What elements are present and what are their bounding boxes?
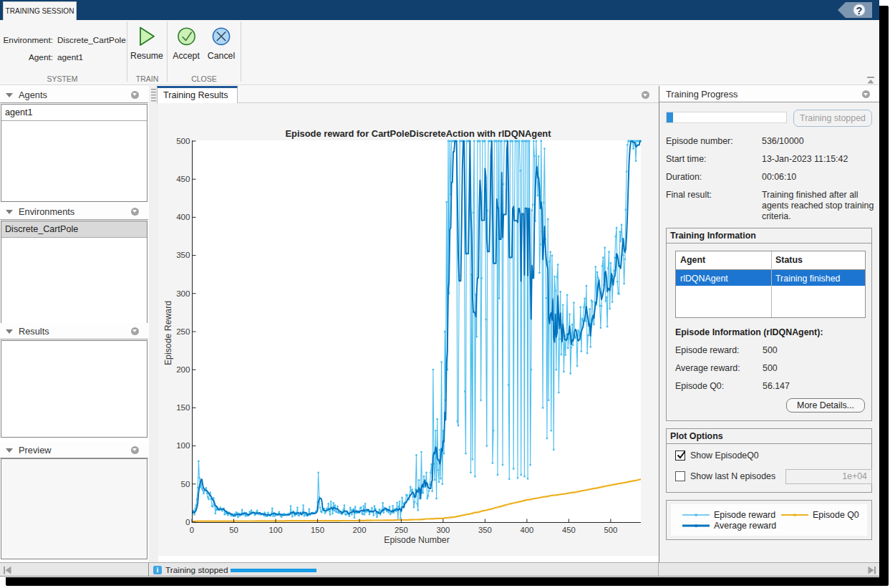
svg-text:100: 100 [176,440,190,450]
svg-text:300: 300 [176,289,190,298]
svg-text:?: ? [856,5,863,16]
svg-text:250: 250 [176,327,190,336]
svg-text:500: 500 [176,136,190,145]
svg-text:400: 400 [176,212,190,221]
svg-text:350: 350 [478,526,492,534]
svg-text:50: 50 [181,479,190,488]
svg-text:250: 250 [395,526,408,534]
svg-text:200: 200 [176,365,190,374]
svg-text:200: 200 [353,526,367,534]
svg-text:Episode Number: Episode Number [384,535,450,545]
svg-text:300: 300 [436,526,450,534]
svg-text:50: 50 [229,526,238,534]
svg-text:0: 0 [190,526,194,534]
svg-text:Average reward: Average reward [714,521,776,531]
svg-text:Episode reward for CartPoleDis: Episode reward for CartPoleDiscreteActio… [285,128,551,139]
svg-text:150: 150 [311,526,324,534]
svg-text:0: 0 [185,517,190,526]
svg-text:150: 150 [176,403,190,412]
svg-text:450: 450 [562,526,576,534]
svg-text:100: 100 [269,526,283,534]
svg-text:450: 450 [176,174,190,183]
svg-text:Episode reward: Episode reward [714,510,775,520]
svg-text:Episode Q0: Episode Q0 [813,510,859,520]
svg-text:350: 350 [176,250,190,259]
svg-text:400: 400 [520,526,533,534]
svg-text:Episode Reward: Episode Reward [163,301,173,365]
svg-text:500: 500 [604,526,617,534]
